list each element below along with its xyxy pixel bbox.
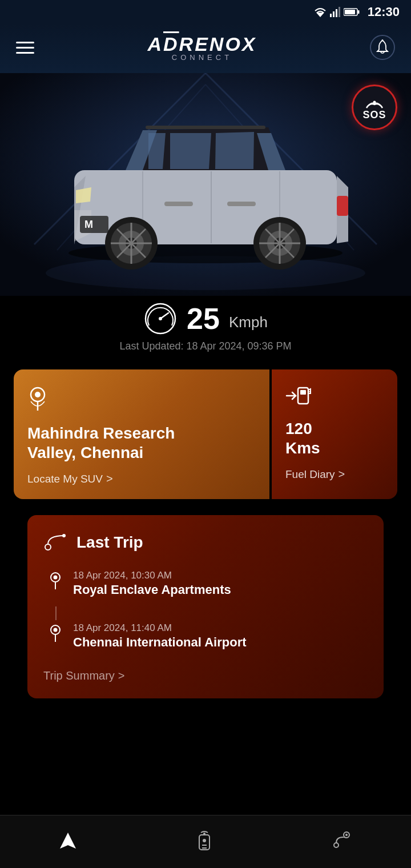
speed-value: 25 [187,302,220,336]
wifi-icon [314,7,327,17]
svg-point-45 [159,317,162,320]
logo-subtitle: CONNECT [172,53,232,62]
remote-icon [194,829,215,852]
svg-point-54 [54,576,58,580]
svg-text:M: M [84,219,93,230]
cards-row: Mahindra Research Valley, Chennai Locate… [0,369,411,499]
svg-rect-42 [146,126,265,129]
svg-point-59 [203,839,206,842]
svg-rect-22 [227,202,256,206]
status-icons: 12:30 [314,5,400,19]
location-name: Mahindra Research Valley, Chennai [27,424,256,462]
last-updated: Last Updated: 18 Apr 2024, 09:36 PM [119,340,291,352]
fuel-card: 120 Kms Fuel Diary > [272,369,397,499]
svg-point-15 [373,101,376,103]
car-image: M [0,73,411,279]
logo: ADRENOX CONNECT [147,33,256,62]
svg-rect-2 [333,11,335,17]
trip-stop2-name: Chennai International Airport [73,635,368,650]
trip-stop1-name: Royal Enclave Apartments [73,582,368,597]
svg-point-8 [381,39,383,41]
svg-point-63 [345,834,348,836]
fuel-diary-link[interactable]: Fuel Diary > [285,468,384,481]
trip-title: Last Trip [76,533,143,552]
speed-row: 25 Kmph [143,302,268,336]
svg-marker-0 [316,13,324,17]
logo-text: ADRENOX [147,33,256,55]
nav-remote[interactable] [180,825,228,857]
status-bar: 12:30 [0,0,411,24]
trip-stop2-info: 18 Apr 2024, 11:40 AM Chennai Internatio… [73,622,368,650]
svg-point-56 [54,628,58,632]
nav-navigate[interactable] [44,826,92,855]
car-svg: M [40,90,371,273]
trip-stops: 18 Apr 2024, 10:30 AM Royal Enclave Apar… [43,570,368,659]
svg-point-58 [203,833,206,835]
trip-stop1-time: 18 Apr 2024, 10:30 AM [73,570,368,581]
trip-summary-link[interactable]: Trip Summary > [43,669,368,682]
location-card: Mahindra Research Valley, Chennai Locate… [14,369,269,499]
sos-signal-icon [365,94,384,109]
bottom-nav [0,815,411,868]
bell-icon [375,39,390,55]
locate-chevron: > [106,472,113,485]
svg-point-51 [45,544,51,550]
bottom-padding [0,712,411,769]
nav-track[interactable] [317,825,367,857]
svg-rect-1 [330,14,332,17]
trip-header: Last Trip [43,531,368,554]
svg-rect-7 [345,10,355,14]
header: ADRENOX CONNECT [0,24,411,73]
svg-point-47 [35,392,41,397]
fuel-distance: 120 Kms [285,419,384,457]
trip-stop1-icon [48,571,64,593]
track-icon [331,829,353,852]
trip-connector [55,606,57,620]
notification-button[interactable] [370,35,395,60]
trip-route-icon [43,531,68,554]
svg-rect-25 [337,196,348,216]
last-trip-card: Last Trip 18 Apr 2024, 10:30 AM Royal En… [27,515,384,698]
battery-icon [344,7,360,17]
trip-stop2-icon [48,624,64,645]
fuel-icon [285,385,384,411]
status-time: 12:30 [368,5,400,19]
svg-rect-6 [357,10,359,14]
svg-rect-4 [339,7,340,17]
sos-button[interactable]: SOS [352,85,397,130]
svg-rect-49 [300,390,306,395]
navigate-icon [58,830,78,851]
locate-suv-link[interactable]: Locate My SUV > [27,472,256,485]
speed-section: 25 Kmph Last Updated: 18 Apr 2024, 09:36… [0,296,411,369]
svg-rect-21 [164,202,193,206]
trip-stop-1: 18 Apr 2024, 10:30 AM Royal Enclave Apar… [48,570,368,597]
speed-unit: Kmph [229,314,268,331]
trip-stop2-time: 18 Apr 2024, 11:40 AM [73,622,368,634]
trip-stop1-info: 18 Apr 2024, 10:30 AM Royal Enclave Apar… [73,570,368,597]
location-pin-icon [27,385,256,416]
fuel-chevron: > [339,468,345,481]
sos-label: SOS [362,109,386,121]
speedometer-icon [143,302,178,336]
svg-point-64 [334,843,339,847]
signal-icon [330,7,340,17]
hamburger-menu[interactable] [16,42,34,54]
trip-stop-2: 18 Apr 2024, 11:40 AM Chennai Internatio… [48,622,368,650]
svg-rect-3 [336,9,337,17]
car-section: SOS [0,73,411,296]
